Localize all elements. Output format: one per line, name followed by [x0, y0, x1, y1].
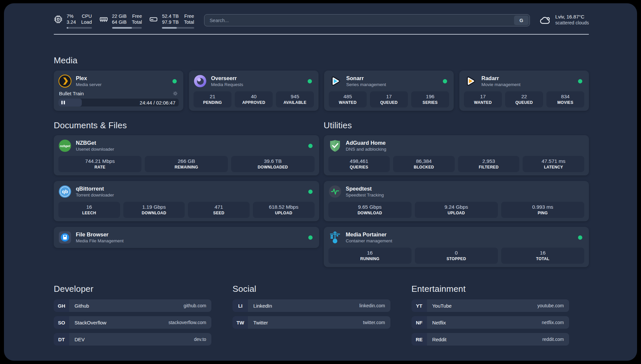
service-card-portainer[interactable]: Media Portainer Container management 16 …	[324, 227, 589, 267]
bookmark-name: YouTube	[432, 303, 452, 309]
service-desc: DNS and adblocking	[346, 146, 386, 152]
service-desc: Speedtest Tracking	[346, 192, 384, 198]
service-card-nzbget[interactable]: nzbget NZBGet Usenet downloader 744.21 M…	[54, 135, 319, 175]
bookmark-abbr: GH	[54, 299, 69, 312]
bookmark-name: Reddit	[432, 337, 446, 342]
bookmark-stackoverflow[interactable]: SO StackOverflow stackoverflow.com	[54, 316, 211, 329]
bookmark-url: twitter.com	[363, 320, 385, 325]
portainer-icon	[328, 231, 342, 244]
stat-rate: 744.21 Mbps RATE	[58, 156, 141, 172]
bookmark-url: github.com	[184, 303, 206, 308]
stat-ping: 0.993 ms PING	[501, 202, 584, 218]
disk-total-value: 97.9 TB	[162, 19, 179, 25]
playback-time: 24:44 / 02:06:47	[140, 99, 175, 106]
stat-series: 196 SERIES	[411, 91, 449, 107]
service-card-filebrowser[interactable]: File Browser Media File Management	[54, 227, 319, 248]
bookmark-url: netflix.com	[542, 320, 564, 325]
status-dot	[443, 79, 447, 83]
bookmark-twitter[interactable]: TW Twitter twitter.com	[232, 316, 390, 329]
search-engine-button[interactable]: G	[514, 15, 529, 25]
media-grid: Plex Media server Bullet Train 24:44 / 0	[54, 71, 589, 111]
bookmark-youtube[interactable]: YT YouTube youtube.com	[412, 299, 569, 312]
stat-available: 945 AVAILABLE	[276, 91, 314, 107]
bookmark-name: DEV	[75, 337, 85, 342]
service-card-plex[interactable]: Plex Media server Bullet Train 24:44 / 0	[54, 71, 183, 111]
bookmark-reddit[interactable]: RE Reddit reddit.com	[412, 333, 569, 346]
service-desc: Media File Management	[76, 238, 124, 244]
cpu-load-value: 3.24	[67, 19, 76, 25]
service-card-qbittorrent[interactable]: qb qBittorrent Torrent downloader 16	[54, 181, 319, 221]
service-desc: Container management	[346, 238, 392, 244]
stat-approved: 40 APPROVED	[235, 91, 273, 107]
service-desc: Media Requests	[211, 82, 243, 87]
stat-queued: 22 QUEUED	[505, 91, 543, 107]
service-card-adguard[interactable]: AdGuard Home DNS and adblocking 498,461 …	[324, 135, 589, 175]
social-links-column: Social LI LinkedIn linkedin.com TW Twitt…	[232, 284, 390, 329]
plex-icon	[58, 75, 72, 88]
bookmark-name: LinkedIn	[253, 303, 272, 309]
status-dot	[308, 144, 313, 148]
bookmark-github[interactable]: GH Github github.com	[54, 299, 211, 312]
service-desc: Torrent downloader	[76, 192, 114, 198]
stat-wanted: 485 WANTED	[329, 91, 367, 107]
bookmark-linkedin[interactable]: LI LinkedIn linkedin.com	[232, 299, 390, 312]
bookmark-abbr: NF	[412, 316, 427, 329]
stat-downloaded: 39.6 TB DOWNLOADED	[231, 156, 314, 172]
ram-metric: 22 GiB 64 GiB Free Total	[99, 13, 142, 29]
bookmark-abbr: DT	[54, 333, 69, 346]
weather-widget: Lviv, 16.87°C scattered clouds	[539, 14, 589, 26]
cpu-load-label: Load	[81, 19, 92, 25]
bookmark-netflix[interactable]: NF Netflix netflix.com	[412, 316, 569, 329]
stat-upload: 618.52 Mbps UPLOAD	[253, 202, 315, 218]
svg-text:qb: qb	[62, 189, 68, 194]
service-name: Sonarr	[346, 75, 386, 82]
bookmark-url: stackoverflow.com	[168, 320, 206, 325]
filebrowser-icon	[58, 231, 72, 244]
disk-icon	[149, 15, 158, 24]
service-desc: Usenet downloader	[76, 146, 114, 152]
nzbget-icon: nzbget	[58, 139, 72, 152]
service-card-radarr[interactable]: Radarr Movie management 17 WANTED 22 QUE…	[459, 71, 589, 111]
developer-links-column: Developer GH Github github.com SO StackO…	[54, 284, 211, 346]
service-desc: Media server	[76, 82, 102, 87]
playback-progress-bar[interactable]: 24:44 / 02:06:47	[58, 99, 179, 106]
gear-icon[interactable]	[172, 91, 178, 96]
pause-button[interactable]	[61, 101, 65, 105]
bookmark-name: Github	[75, 303, 89, 309]
status-dot	[578, 235, 582, 240]
bookmark-name: Twitter	[253, 320, 268, 325]
service-name: Radarr	[481, 75, 521, 82]
disk-progress-bar	[162, 27, 194, 29]
bookmark-url: linkedin.com	[359, 303, 385, 308]
ram-free-value: 22 GiB	[112, 13, 127, 19]
service-name: Plex	[76, 75, 102, 82]
search-bar: G	[204, 14, 530, 26]
ram-total-label: Total	[132, 19, 142, 25]
stat-stopped: 0 STOPPED	[415, 248, 498, 264]
bookmark-url: youtube.com	[537, 303, 564, 308]
bookmark-dev[interactable]: DT DEV dev.to	[54, 333, 211, 346]
service-name: Overseerr	[211, 75, 243, 82]
ram-progress-bar	[112, 27, 142, 29]
documents-column: Documents & Files nzbget NZBGet Usenet d…	[54, 120, 319, 267]
search-input[interactable]	[204, 14, 530, 26]
service-name: NZBGet	[76, 139, 114, 146]
stat-leech: 16 LEECH	[58, 202, 120, 218]
service-card-speedtest[interactable]: Speedtest Speedtest Tracking 9.65 Gbps D…	[324, 181, 589, 221]
bookmark-name: StackOverflow	[75, 320, 107, 325]
dashboard: 7% 3.24 CPU Load	[4, 3, 637, 361]
cloud-icon	[539, 15, 551, 25]
cpu-usage-value: 7%	[67, 13, 76, 19]
service-desc: Movie management	[481, 82, 521, 87]
service-card-sonarr[interactable]: Sonarr Series management 485 WANTED 17 Q…	[324, 71, 454, 111]
status-dot	[308, 235, 313, 240]
status-dot	[308, 79, 312, 83]
service-name: qBittorrent	[76, 185, 114, 192]
ram-icon	[99, 15, 108, 24]
disk-free-value: 52.4 TB	[162, 13, 179, 19]
service-name: Speedtest	[346, 185, 384, 192]
bookmark-abbr: TW	[232, 316, 248, 329]
stat-latency: 47.571 ms LATENCY	[523, 156, 584, 172]
bookmark-abbr: SO	[54, 316, 69, 329]
service-card-overseerr[interactable]: Overseerr Media Requests 21 PENDING 40 A…	[189, 71, 319, 111]
